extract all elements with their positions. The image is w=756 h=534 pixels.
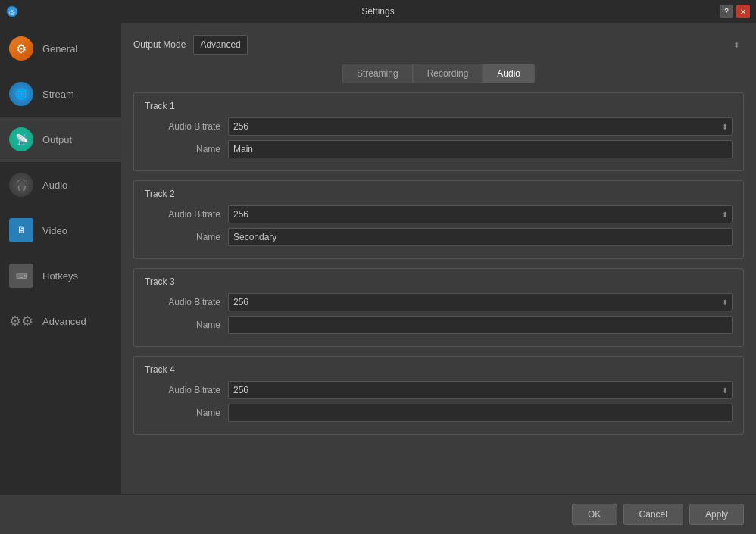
track-1-name-input[interactable] [228,140,733,158]
track-2-bitrate-input[interactable] [228,205,733,223]
hotkeys-icon: ⌨ [9,264,33,288]
tab-recording[interactable]: Recording [413,64,483,83]
ok-button[interactable]: OK [572,504,617,525]
content-area: ⚙ General 🌐 Stream 📡 Output [0,23,756,494]
settings-window: ◎ Settings ? ✕ ⚙ General 🌐 Stream [0,0,756,534]
sidebar-item-hotkeys[interactable]: ⌨ Hotkeys [0,253,121,298]
general-icon: ⚙ [9,36,33,61]
track-4-name-row: Name [145,404,733,422]
sidebar-item-advanced[interactable]: ⚙⚙ Advanced [0,298,121,344]
track-1-bitrate-input[interactable] [228,117,733,136]
sidebar-item-video[interactable]: 🖥 Video [0,208,121,253]
cancel-button[interactable]: Cancel [623,504,683,525]
track-1-section: Track 1 Audio Bitrate Name [133,92,744,171]
app-logo-icon: ◎ [6,5,18,17]
track-3-name-input[interactable] [228,316,733,334]
stream-icon: 🌐 [9,82,33,106]
sidebar-label-advanced: Advanced [42,316,86,327]
sidebar-label-video: Video [42,225,67,236]
sidebar-label-stream: Stream [42,89,74,100]
track-4-title: Track 4 [145,364,733,375]
track-2-name-input[interactable] [228,228,733,246]
track-3-bitrate-label: Audio Bitrate [145,297,228,308]
track-4-bitrate-spinner [228,381,733,399]
sidebar-item-audio[interactable]: 🎧 Audio [0,162,121,208]
track-3-section: Track 3 Audio Bitrate Name [133,268,744,347]
sidebar: ⚙ General 🌐 Stream 📡 Output [0,23,121,494]
track-3-bitrate-row: Audio Bitrate [145,293,733,311]
track-2-bitrate-label: Audio Bitrate [145,209,228,220]
track-4-bitrate-row: Audio Bitrate [145,381,733,399]
track-4-name-input[interactable] [228,404,733,422]
track-2-title: Track 2 [145,189,733,199]
track-3-name-label: Name [145,320,228,330]
close-button[interactable]: ✕ [736,5,750,18]
track-1-title: Track 1 [145,101,733,111]
track-3-bitrate-input[interactable] [228,293,733,311]
window-title: Settings [361,6,394,17]
track-4-section: Track 4 Audio Bitrate Name [133,356,744,435]
titlebar: ◎ Settings ? ✕ [0,0,756,23]
track-1-name-label: Name [145,144,228,155]
track-4-name-label: Name [145,408,228,418]
track-3-bitrate-spinner [228,293,733,311]
track-2-bitrate-spinner [228,205,733,223]
track-3-name-row: Name [145,316,733,334]
svg-text:◎: ◎ [9,8,15,16]
track-1-bitrate-label: Audio Bitrate [145,121,228,132]
track-4-bitrate-input[interactable] [228,381,733,399]
tab-audio[interactable]: Audio [483,64,535,83]
titlebar-buttons: ? ✕ [720,5,750,18]
advanced-icon: ⚙⚙ [9,309,33,333]
output-mode-row: Output Mode Advanced Simple [133,35,744,55]
sidebar-item-general[interactable]: ⚙ General [0,26,121,71]
track-2-name-row: Name [145,228,733,246]
apply-button[interactable]: Apply [689,504,744,525]
main-panel: Output Mode Advanced Simple Streaming Re… [121,23,756,494]
tabs-row: Streaming Recording Audio [133,64,744,83]
track-1-bitrate-spinner [228,117,733,136]
titlebar-left: ◎ [6,5,18,17]
sidebar-item-output[interactable]: 📡 Output [0,117,121,162]
audio-icon: 🎧 [9,173,33,197]
footer: OK Cancel Apply [0,494,756,534]
output-icon: 📡 [9,127,33,151]
sidebar-item-stream[interactable]: 🌐 Stream [0,71,121,117]
help-button[interactable]: ? [720,5,733,18]
output-mode-label: Output Mode [133,39,186,50]
output-mode-select[interactable]: Advanced Simple [193,35,248,55]
sidebar-label-output: Output [42,134,72,145]
track-2-bitrate-row: Audio Bitrate [145,205,733,223]
video-icon: 🖥 [9,218,33,242]
track-3-title: Track 3 [145,276,733,287]
track-2-name-label: Name [145,232,228,242]
sidebar-label-audio: Audio [42,180,67,191]
tab-streaming[interactable]: Streaming [342,64,413,83]
output-mode-wrapper: Advanced Simple [193,35,744,55]
track-1-name-row: Name [145,140,733,158]
sidebar-label-general: General [42,43,77,55]
track-2-section: Track 2 Audio Bitrate Name [133,180,744,259]
track-1-bitrate-row: Audio Bitrate [145,117,733,136]
sidebar-label-hotkeys: Hotkeys [42,270,78,282]
track-4-bitrate-label: Audio Bitrate [145,385,228,395]
